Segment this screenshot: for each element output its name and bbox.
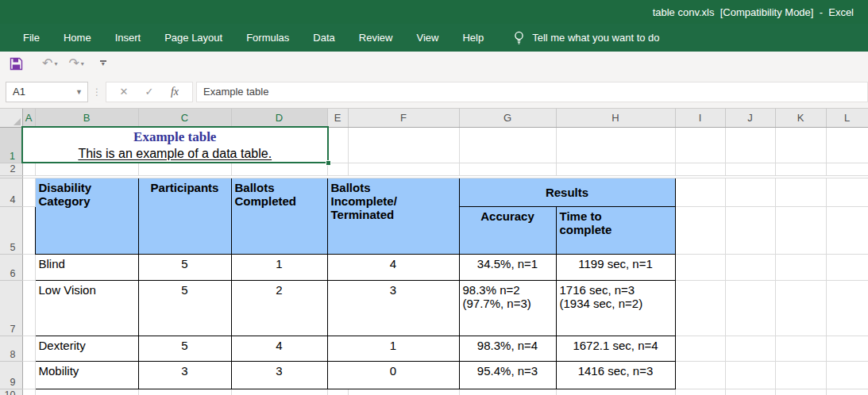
empty-cell[interactable] xyxy=(775,127,826,163)
empty-cell[interactable] xyxy=(725,280,775,336)
cell-participants[interactable]: 3 xyxy=(138,361,231,389)
enter-button[interactable]: ✓ xyxy=(137,86,162,98)
empty-cell[interactable] xyxy=(725,178,775,206)
empty-cell[interactable] xyxy=(826,163,868,175)
tab-home[interactable]: Home xyxy=(52,24,103,52)
empty-cell[interactable] xyxy=(22,178,35,206)
empty-cell[interactable] xyxy=(675,127,725,163)
header-accuracy[interactable]: Accuracy xyxy=(459,206,556,254)
empty-cell[interactable] xyxy=(22,336,35,361)
empty-cell[interactable] xyxy=(556,127,675,163)
empty-cell[interactable] xyxy=(826,178,868,206)
column-header-b[interactable]: B xyxy=(35,109,138,127)
header-participants[interactable]: Participants xyxy=(138,178,231,254)
cell-accuracy[interactable]: 34.5%, n=1 xyxy=(459,254,556,280)
empty-cell[interactable] xyxy=(675,163,725,175)
row-header-1[interactable]: 1 xyxy=(0,127,22,163)
column-header-c[interactable]: C xyxy=(138,109,231,127)
row-header-5[interactable]: 5 xyxy=(0,206,22,254)
chevron-down-icon[interactable]: ▼ xyxy=(75,88,87,96)
save-button[interactable] xyxy=(6,56,26,72)
insert-function-button[interactable]: fx xyxy=(162,86,187,98)
tab-view[interactable]: View xyxy=(404,24,450,52)
empty-cell[interactable] xyxy=(675,336,725,361)
empty-cell[interactable] xyxy=(327,127,348,163)
cancel-button[interactable]: ✕ xyxy=(111,86,137,98)
empty-cell[interactable] xyxy=(725,336,775,361)
tab-data[interactable]: Data xyxy=(301,24,346,52)
header-ballots-completed[interactable]: Ballots Completed xyxy=(231,178,327,254)
empty-cell[interactable] xyxy=(826,206,868,254)
empty-cell[interactable] xyxy=(459,127,556,163)
empty-cell[interactable] xyxy=(675,280,725,336)
row-header-7[interactable]: 7 xyxy=(0,280,22,336)
cell-category[interactable]: Low Vision xyxy=(35,280,138,336)
formula-input[interactable]: Example table xyxy=(196,82,868,102)
cell-time[interactable]: 1416 sec, n=3 xyxy=(556,361,675,389)
empty-cell[interactable] xyxy=(22,254,35,280)
empty-cell[interactable] xyxy=(826,389,868,395)
title-cell[interactable]: Example table This is an example of a da… xyxy=(22,127,327,163)
empty-cell[interactable] xyxy=(775,361,826,389)
empty-cell[interactable] xyxy=(459,163,556,175)
tab-file[interactable]: File xyxy=(11,24,52,52)
empty-cell[interactable] xyxy=(775,163,826,175)
empty-cell[interactable] xyxy=(725,206,775,254)
column-header-h[interactable]: H xyxy=(556,109,675,127)
customize-quick-access-button[interactable]: ▾ xyxy=(100,60,106,67)
column-header-a[interactable]: A xyxy=(22,109,35,127)
empty-cell[interactable] xyxy=(22,389,35,395)
tab-page-layout[interactable]: Page Layout xyxy=(152,24,234,52)
empty-cell[interactable] xyxy=(231,163,327,175)
empty-cell[interactable] xyxy=(775,206,826,254)
header-time-to-complete[interactable]: Time to complete xyxy=(556,206,675,254)
name-box[interactable]: A1 ▼ xyxy=(6,82,88,102)
empty-cell[interactable] xyxy=(725,389,775,395)
header-ballots-incomplete[interactable]: Ballots Incomplete/ Terminated xyxy=(327,178,459,254)
empty-cell[interactable] xyxy=(826,127,868,163)
cell-participants[interactable]: 5 xyxy=(138,336,231,361)
cell-ballots-completed[interactable]: 1 xyxy=(231,254,327,280)
column-header-k[interactable]: K xyxy=(775,109,826,127)
cell-ballots-incomplete[interactable]: 3 xyxy=(327,280,459,336)
empty-cell[interactable] xyxy=(556,163,675,175)
column-header-i[interactable]: I xyxy=(675,109,725,127)
row-header-8[interactable]: 8 xyxy=(0,336,22,361)
tell-me-box[interactable]: Tell me what you want to do xyxy=(513,31,659,44)
empty-cell[interactable] xyxy=(327,163,348,175)
empty-cell[interactable] xyxy=(826,361,868,389)
row-header-9[interactable]: 9 xyxy=(0,361,22,389)
empty-cell[interactable] xyxy=(138,389,231,395)
empty-cell[interactable] xyxy=(22,361,35,389)
cell-time[interactable]: 1716 sec, n=3 (1934 sec, n=2) xyxy=(556,280,675,336)
row-header-6[interactable]: 6 xyxy=(0,254,22,280)
cell-ballots-incomplete[interactable]: 0 xyxy=(327,361,459,389)
undo-button[interactable]: ↶ ▾ xyxy=(39,56,60,71)
empty-cell[interactable] xyxy=(725,163,775,175)
empty-cell[interactable] xyxy=(22,163,35,175)
tab-help[interactable]: Help xyxy=(450,24,496,52)
row-header-2[interactable]: 2 xyxy=(0,163,22,175)
cell-time[interactable]: 1199 sec, n=1 xyxy=(556,254,675,280)
row-header-10[interactable]: 10 xyxy=(0,389,22,395)
column-header-d[interactable]: D xyxy=(231,109,327,127)
empty-cell[interactable] xyxy=(675,178,725,206)
empty-cell[interactable] xyxy=(348,163,459,175)
header-results[interactable]: Results xyxy=(459,178,675,206)
empty-cell[interactable] xyxy=(775,280,826,336)
empty-cell[interactable] xyxy=(675,206,725,254)
empty-cell[interactable] xyxy=(775,336,826,361)
cell-ballots-completed[interactable]: 4 xyxy=(231,336,327,361)
cell-ballots-incomplete[interactable]: 4 xyxy=(327,254,459,280)
empty-cell[interactable] xyxy=(138,163,231,175)
empty-cell[interactable] xyxy=(775,178,826,206)
cell-accuracy[interactable]: 98.3% n=2 (97.7%, n=3) xyxy=(459,280,556,336)
column-header-j[interactable]: J xyxy=(725,109,775,127)
cell-ballots-completed[interactable]: 3 xyxy=(231,361,327,389)
tab-insert[interactable]: Insert xyxy=(103,24,153,52)
column-header-g[interactable]: G xyxy=(459,109,556,127)
empty-cell[interactable] xyxy=(725,254,775,280)
empty-cell[interactable] xyxy=(725,127,775,163)
cell-ballots-completed[interactable]: 2 xyxy=(231,280,327,336)
row-header-4[interactable]: 4 xyxy=(0,178,22,206)
